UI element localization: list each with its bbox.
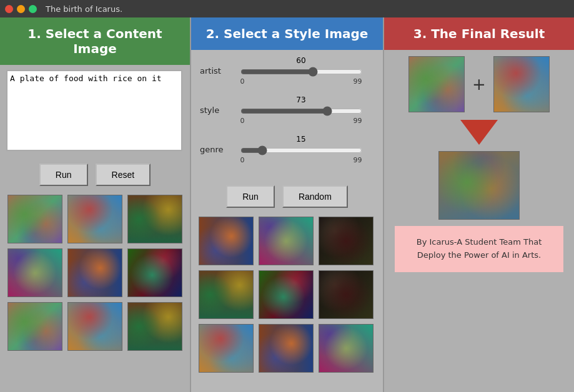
content-thumb-6[interactable]: [127, 248, 182, 297]
content-thumb-5[interactable]: [67, 248, 122, 297]
credit-line2: Deploy the Power of AI in Arts.: [417, 250, 541, 260]
credit-box: By Icarus-A Student Team That Deploy the…: [395, 226, 563, 272]
style-thumb-6[interactable]: [319, 270, 374, 319]
genre-slider-row: genre 15 0 99: [200, 135, 374, 164]
close-btn[interactable]: [5, 5, 13, 13]
content-textarea[interactable]: A plate of food with rice on it: [6, 70, 182, 151]
main-container: 1. Select a Content Image A plate of foo…: [0, 17, 574, 392]
style-thumb-1[interactable]: [199, 217, 254, 265]
style-max: 99: [354, 117, 362, 125]
style-panel-header: 2. Select a Style Image: [191, 17, 383, 50]
style-slider-row: style 73 0 99: [200, 96, 374, 125]
content-run-button[interactable]: Run: [39, 164, 88, 186]
content-reset-button[interactable]: Reset: [96, 164, 151, 186]
artist-slider-row: artist 60 0 99: [200, 56, 374, 86]
artist-label: artist: [200, 66, 228, 76]
credit-line1: By Icarus-A Student Team That: [417, 237, 542, 247]
style-slider-wrap: 73 0 99: [228, 96, 374, 125]
title-bar: The birth of Icarus.: [0, 0, 574, 17]
content-panel-header: 1. Select a Content Image: [0, 17, 190, 65]
content-thumb-4[interactable]: [7, 248, 62, 297]
artist-slider-wrap: 60 0 99: [228, 56, 374, 86]
sliders-area: artist 60 0 99 style 73 0: [191, 50, 383, 180]
window-title: The birth of Icarus.: [46, 4, 122, 14]
content-thumb-7[interactable]: [7, 302, 62, 351]
result-top-row: +: [408, 56, 550, 112]
result-panel: 3. The Final Result + By Icarus-A Studen…: [384, 17, 574, 392]
result-area: + By Icarus-A Student Team That Deploy t…: [384, 50, 574, 278]
genre-minmax: 0 99: [240, 156, 362, 164]
genre-value: 15: [296, 135, 305, 144]
content-thumb-8[interactable]: [67, 302, 122, 351]
content-btn-row: Run Reset: [0, 159, 190, 191]
style-panel: 2. Select a Style Image artist 60 0 99 s…: [191, 17, 384, 392]
result-style-preview: [493, 56, 550, 112]
style-btn-row: Run Random: [191, 180, 383, 213]
artist-min: 0: [240, 77, 245, 86]
maximize-btn[interactable]: [29, 5, 37, 13]
style-thumb-grid: [191, 213, 383, 378]
content-panel: 1. Select a Content Image A plate of foo…: [0, 17, 191, 392]
genre-slider[interactable]: [240, 145, 362, 156]
plus-icon: +: [472, 75, 486, 94]
content-thumb-1[interactable]: [7, 195, 62, 243]
minimize-btn[interactable]: [17, 5, 25, 13]
content-thumb-3[interactable]: [127, 195, 182, 243]
style-run-button[interactable]: Run: [226, 185, 275, 208]
style-thumb-7[interactable]: [199, 324, 254, 373]
style-value: 73: [296, 96, 305, 104]
style-slider[interactable]: [240, 105, 362, 117]
textarea-wrap: A plate of food with rice on it: [0, 65, 190, 159]
content-thumb-2[interactable]: [67, 195, 122, 243]
style-thumb-5[interactable]: [259, 270, 314, 319]
content-thumb-grid: [0, 191, 190, 356]
genre-min: 0: [240, 156, 245, 164]
style-random-button[interactable]: Random: [282, 185, 348, 208]
artist-value: 60: [296, 56, 305, 65]
style-thumb-2[interactable]: [259, 217, 314, 265]
style-thumb-3[interactable]: [319, 217, 374, 265]
result-content-preview: [408, 56, 465, 112]
artist-max: 99: [354, 77, 362, 86]
result-output-image: [438, 151, 520, 220]
result-panel-header: 3. The Final Result: [384, 17, 574, 50]
style-minmax: 0 99: [240, 117, 362, 125]
artist-minmax: 0 99: [240, 77, 362, 86]
artist-slider[interactable]: [240, 66, 362, 77]
style-thumb-4[interactable]: [199, 270, 254, 319]
genre-label: genre: [200, 145, 228, 154]
genre-max: 99: [354, 156, 362, 164]
style-thumb-9[interactable]: [319, 324, 374, 373]
arrow-down-icon: [460, 120, 498, 145]
genre-slider-wrap: 15 0 99: [228, 135, 374, 164]
style-thumb-8[interactable]: [259, 324, 314, 373]
style-min: 0: [240, 117, 245, 125]
style-label: style: [200, 105, 228, 115]
content-thumb-9[interactable]: [127, 302, 182, 351]
